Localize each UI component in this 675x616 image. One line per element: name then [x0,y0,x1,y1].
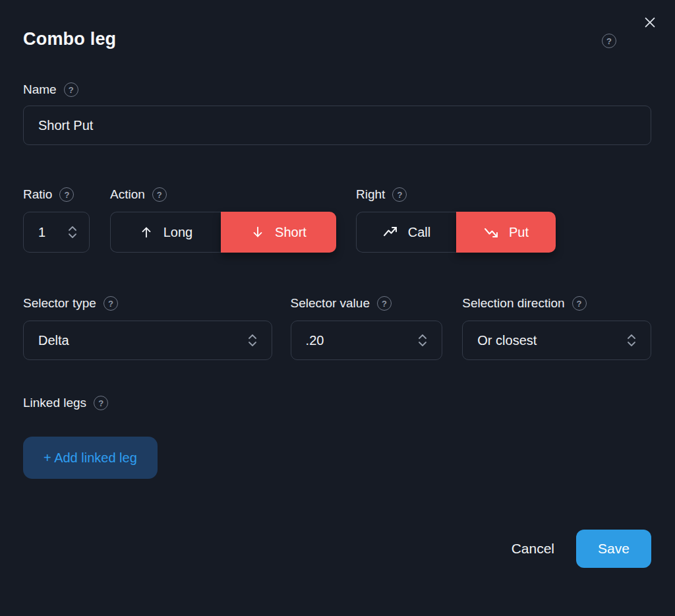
selector-value-label-row: Selector value ? [291,296,443,311]
selection-direction-select[interactable]: Or closest [462,321,651,360]
action-short-label: Short [275,225,307,240]
arrow-down-icon [250,225,265,239]
dialog-footer: Cancel Save [23,530,651,568]
add-linked-leg-button[interactable]: + Add linked leg [23,437,158,479]
name-label-row: Name ? [23,82,651,97]
arrow-up-icon [139,225,154,239]
selector-type-value: Delta [38,333,69,348]
ratio-value: 1 [38,225,45,240]
selector-value-help-icon[interactable]: ? [377,296,392,311]
right-label: Right [356,187,385,202]
chevron-updown-icon [247,333,258,348]
ratio-group: Ratio ? 1 [23,187,90,253]
right-label-row: Right ? [356,187,556,202]
right-option-put[interactable]: Put [456,212,556,253]
selector-type-group: Selector type ? Delta [23,296,272,360]
right-call-label: Call [408,225,430,240]
selector-row: Selector type ? Delta Selector value ? .… [23,296,651,360]
combo-leg-dialog: Combo leg ? Name ? Ratio ? 1 Acti [0,0,675,616]
right-option-call[interactable]: Call [356,212,456,253]
right-put-label: Put [509,225,529,240]
selection-direction-value: Or closest [477,333,537,348]
linked-legs-label-row: Linked legs ? [23,396,651,410]
cancel-button[interactable]: Cancel [512,541,554,557]
selection-direction-help-icon[interactable]: ? [572,296,587,311]
page-title: Combo leg [23,0,651,49]
action-toggle: Long Short [110,212,336,253]
chevron-updown-icon [67,225,78,239]
save-button[interactable]: Save [576,530,651,568]
action-option-long[interactable]: Long [110,212,221,253]
ratio-label-row: Ratio ? [23,187,90,202]
dialog-help-icon[interactable]: ? [602,34,616,48]
selector-type-help-icon[interactable]: ? [103,296,118,311]
action-option-short[interactable]: Short [221,212,336,253]
action-group: Action ? Long [110,187,336,253]
right-toggle: Call Put [356,212,556,253]
action-long-label: Long [163,225,193,240]
selection-direction-label-row: Selection direction ? [462,296,651,311]
name-help-icon[interactable]: ? [64,82,78,97]
name-label: Name [23,82,57,97]
selector-type-select[interactable]: Delta [23,321,272,360]
chevron-updown-icon [626,333,637,348]
chevron-updown-icon [417,333,428,348]
selector-value-label: Selector value [291,296,370,311]
selection-direction-group: Selection direction ? Or closest [462,296,651,360]
selector-type-label-row: Selector type ? [23,296,272,311]
selector-type-label: Selector type [23,296,96,311]
action-label: Action [110,187,145,202]
selection-direction-label: Selection direction [462,296,564,311]
ratio-action-right-row: Ratio ? 1 Action ? [23,187,651,253]
trending-down-icon [483,224,499,240]
right-group: Right ? Call [356,187,556,253]
ratio-help-icon[interactable]: ? [59,187,74,202]
action-help-icon[interactable]: ? [152,187,167,202]
ratio-stepper[interactable]: 1 [23,212,90,253]
close-icon[interactable] [641,13,659,32]
selector-value-select[interactable]: .20 [291,321,443,360]
name-input[interactable] [23,106,651,145]
right-help-icon[interactable]: ? [392,187,407,202]
selector-value-group: Selector value ? .20 [291,296,443,360]
linked-legs-help-icon[interactable]: ? [94,396,108,410]
linked-legs-label: Linked legs [23,396,86,410]
selector-value-value: .20 [306,333,324,348]
ratio-label: Ratio [23,187,52,202]
action-label-row: Action ? [110,187,336,202]
trending-up-icon [382,224,398,240]
